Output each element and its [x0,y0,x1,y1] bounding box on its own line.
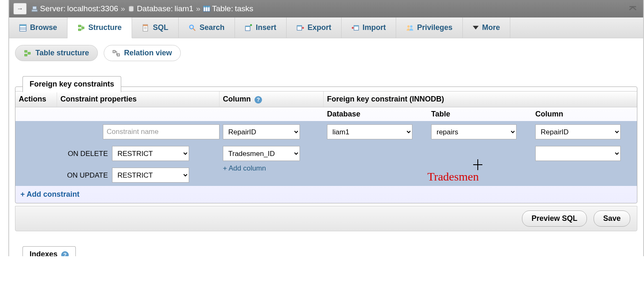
on-update-select[interactable]: RESTRICT [112,168,189,183]
svg-line-17 [193,28,195,31]
footer-bar: Preview SQL Save [15,206,637,231]
tab-import-label: Import [362,23,386,32]
breadcrumb-table[interactable]: Table: tasks [203,4,253,13]
structure-icon [24,49,31,57]
export-icon [297,24,304,32]
tab-insert-label: Insert [256,23,276,32]
th-table: Table [428,107,532,121]
tab-search-label: Search [200,23,225,32]
svg-rect-9 [20,25,26,26]
svg-rect-23 [354,25,359,26]
th-column2: Column [532,107,644,121]
triangle-down-icon [473,26,479,30]
tab-insert[interactable]: Insert [235,17,287,38]
nav-arrow-button[interactable]: → [13,3,27,15]
collapse-icon[interactable] [627,4,639,14]
svg-point-25 [410,25,413,27]
tab-browse[interactable]: Browse [9,17,67,38]
tab-more-label: More [482,23,500,32]
breadcrumb-database[interactable]: Database: liam1 [127,4,193,13]
relation-icon [112,49,120,57]
svg-rect-21 [297,25,302,26]
th-database: Database [324,107,428,121]
search-icon [189,24,196,32]
tab-more[interactable]: More [463,17,510,38]
svg-point-24 [407,25,410,27]
th-column: Column ? [220,92,324,107]
tab-browse-label: Browse [30,23,57,32]
database-prefix: Database: [137,4,173,13]
add-constraint-link[interactable]: + Add constraint [15,186,637,203]
tab-privileges-label: Privileges [417,23,452,32]
subtab-table-structure[interactable]: Table structure [15,45,98,61]
tab-privileges[interactable]: Privileges [396,17,463,38]
on-update-label: ON UPDATE [60,171,110,180]
fk-table-select[interactable]: repairs [431,124,517,139]
save-button[interactable]: Save [594,210,630,227]
indexes-legend: Indexes ? [22,246,76,256]
svg-rect-1 [33,6,37,9]
breadcrumb: Server: localhost:3306 » Database: liam1… [31,4,253,13]
database-name: liam1 [175,4,193,13]
subtab-relation-view-label: Relation view [124,49,172,57]
tab-export-label: Export [307,23,331,32]
table-prefix: Table: [212,4,233,13]
tab-import[interactable]: Import [342,17,396,38]
th-actions: Actions [15,92,57,107]
preview-sql-button[interactable]: Preview SQL [522,210,587,227]
table-icon [203,5,210,12]
column-select-1[interactable]: RepairID [223,124,300,139]
svg-rect-13 [143,25,147,26]
svg-rect-27 [117,54,120,56]
server-icon [31,5,38,12]
privileges-icon [406,24,414,32]
help-icon[interactable]: ? [255,96,262,104]
tab-structure[interactable]: Structure [67,17,132,38]
add-column-link[interactable]: + Add column [223,164,266,172]
import-icon [352,24,359,32]
column-select-2[interactable]: Tradesmen_ID [223,146,300,161]
handwritten-annotation: Tradesmen [427,170,479,183]
insert-icon [245,24,252,32]
on-delete-select[interactable]: RESTRICT [112,146,189,161]
fk-database-select[interactable]: liam1 [327,124,412,139]
sql-icon [142,24,150,32]
svg-rect-19 [245,26,250,27]
server-name: localhost:3306 [67,4,118,13]
th-fk: Foreign key constraint (INNODB) [324,92,644,107]
constraint-name-input[interactable] [103,124,220,139]
main-tabs: Browse Structure SQL Search Insert Expor… [9,17,643,38]
breadcrumb-server[interactable]: Server: localhost:3306 [31,4,118,13]
svg-point-16 [190,25,193,29]
browse-icon [19,24,27,32]
fk-legend: Foreign key constraints [22,76,121,92]
tab-sql-label: SQL [153,23,168,32]
tab-sql[interactable]: SQL [132,17,179,38]
tab-search[interactable]: Search [179,17,235,38]
server-prefix: Server: [40,4,65,13]
subtab-row: Table structure Relation view [9,38,643,69]
fk-column-select-2[interactable] [535,146,621,161]
tab-structure-label: Structure [88,23,122,32]
subtab-relation-view[interactable]: Relation view [104,45,181,61]
tab-export[interactable]: Export [287,17,342,38]
breadcrumb-bar: → Server: localhost:3306 » Database: lia… [9,0,643,17]
subtab-table-structure-label: Table structure [35,49,89,57]
svg-rect-26 [113,50,115,53]
svg-rect-0 [32,10,37,12]
svg-rect-4 [203,6,210,7]
structure-icon [77,24,85,32]
table-name: tasks [235,4,253,13]
on-delete-label: ON DELETE [60,150,110,158]
fk-column-select-1[interactable]: RepairID [535,124,621,139]
database-icon [127,5,135,12]
help-icon[interactable]: ? [61,251,69,257]
th-properties: Constraint properties [57,92,220,107]
